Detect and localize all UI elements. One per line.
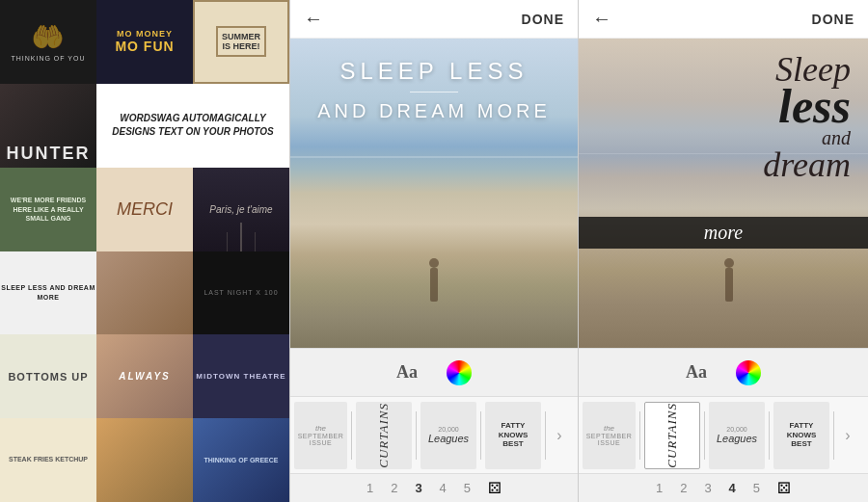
font-more-arrow-mid: ›: [556, 427, 561, 444]
person-silhouette-middle: [425, 258, 443, 302]
font-item-sep-issue-right[interactable]: the SEPTEMBERISSUE: [583, 402, 636, 469]
font-sep-the-right: the: [604, 424, 614, 433]
page-num-4-right[interactable]: 4: [729, 481, 736, 495]
font-sep-the-mid: the: [315, 424, 326, 433]
gallery-item-friends[interactable]: WE'RE MORE FRIENDS HERE LIKE A REALLY SM…: [0, 168, 96, 251]
font-item-more-right[interactable]: ›: [838, 402, 857, 469]
page-num-2-right[interactable]: 2: [680, 481, 687, 495]
gallery-item-person-photo[interactable]: [96, 251, 193, 335]
gallery-item-summer[interactable]: SUMMER IS HERE!: [193, 0, 289, 84]
right-more-text: more: [704, 222, 743, 243]
middle-image-area[interactable]: SLEEP LESS AND DREAM MORE: [290, 39, 578, 348]
font-divider-4-mid: [545, 411, 546, 460]
font-item-leagues-right[interactable]: 20,000 Leagues: [709, 402, 765, 469]
momoney-line2: MO FUN: [115, 39, 174, 54]
font-more-arrow-right: ›: [845, 427, 850, 444]
font-item-sep-issue-mid[interactable]: the SEPTEMBERISSUE: [294, 402, 347, 469]
page-num-5-mid[interactable]: 5: [464, 481, 471, 495]
middle-color-wheel[interactable]: [447, 360, 472, 385]
font-item-curtains-mid[interactable]: CURTAINS: [356, 402, 412, 469]
gallery-item-always[interactable]: ALWAYS: [96, 334, 193, 418]
page-num-3-right[interactable]: 3: [704, 481, 711, 495]
gallery-item-wordswag[interactable]: WORDSWAG AUTOMAGICALLY DESIGNS TEXT ON Y…: [96, 84, 289, 168]
right-color-wheel[interactable]: [736, 360, 761, 385]
font-item-leagues-mid[interactable]: 20,000 Leagues: [420, 402, 476, 469]
middle-quote-line2: AND DREAM MORE: [290, 98, 578, 123]
font-divider-1-right: [639, 411, 640, 460]
middle-quote-line1: SLEEP LESS: [290, 56, 578, 86]
sleep-text: SLEEP LESS AND DREAM MORE: [0, 283, 96, 303]
font-curtains-preview-right: CURTAINS: [663, 401, 682, 470]
right-less-text: less: [763, 86, 851, 127]
font-divider-1-mid: [351, 411, 352, 460]
gallery-item-hunter[interactable]: HUNTER: [0, 84, 96, 168]
font-fatty-preview-right: FATTYKNOWSBEST: [787, 421, 817, 449]
right-image-area[interactable]: Sleep less and dream more: [579, 39, 868, 348]
page-num-3-mid[interactable]: 3: [415, 481, 421, 495]
font-curtains-preview-mid: CURTAINS: [374, 401, 393, 470]
font-item-fatty-right[interactable]: FATTYKNOWSBEST: [773, 402, 829, 469]
font-sep-label-mid: SEPTEMBERISSUE: [298, 433, 344, 446]
gallery-item-steak[interactable]: STEAK FRIES KETCHUP: [0, 418, 96, 502]
page-num-2-mid[interactable]: 2: [391, 481, 397, 495]
middle-toolbar: Aa: [290, 348, 578, 396]
bottoms-text: BOTTOMS UP: [8, 371, 88, 383]
paris-text: Paris, je t'aime: [209, 204, 272, 215]
font-divider-4-right: [833, 411, 834, 460]
page-num-5-right[interactable]: 5: [753, 481, 760, 495]
page-num-1-mid[interactable]: 1: [366, 481, 373, 495]
friends-text: WE'RE MORE FRIENDS HERE LIKE A REALLY SM…: [4, 196, 93, 222]
more-banner-right: more: [579, 217, 868, 249]
steak-text: STEAK FRIES KETCHUP: [9, 455, 88, 465]
page-num-4-mid[interactable]: 4: [440, 481, 447, 495]
person-silhouette-right: [720, 258, 738, 302]
midtown-text: MIDTOWN THEATRE: [196, 372, 285, 381]
gallery-item-momoney[interactable]: MO MONEY MO FUN: [96, 0, 193, 84]
merci-text: MERCI: [117, 199, 173, 220]
right-toolbar: Aa: [579, 348, 868, 396]
gallery-item-thinking2[interactable]: THINKING OF GREECE: [193, 418, 289, 502]
hunter-text: HUNTER: [7, 144, 91, 164]
dice-icon-right[interactable]: ⚄: [777, 479, 791, 497]
right-header: ← DONE: [579, 0, 868, 39]
font-divider-2-right: [704, 411, 705, 460]
middle-font-icon[interactable]: Aa: [396, 362, 418, 383]
gallery-item-sleep[interactable]: SLEEP LESS AND DREAM MORE: [0, 251, 96, 335]
middle-header: ← DONE: [290, 0, 578, 39]
font-divider-3-right: [769, 411, 770, 460]
right-page-numbers: 1 2 3 4 5 ⚄: [579, 473, 868, 502]
right-editor-panel: ← DONE Sleep less and dream more Aa: [579, 0, 868, 502]
gallery-item-paris[interactable]: Paris, je t'aime: [193, 168, 289, 251]
font-leagues-preview-right: 20,000 Leagues: [717, 426, 757, 444]
gallery-thinking-text: thinking of you: [11, 55, 85, 62]
gallery-item-merci[interactable]: MERCI: [96, 168, 193, 251]
font-item-fatty-mid[interactable]: FATTYKNOWSBEST: [485, 402, 541, 469]
font-item-more-mid[interactable]: ›: [550, 402, 569, 469]
right-back-button[interactable]: ←: [592, 8, 611, 30]
middle-font-selector: the SEPTEMBERISSUE CURTAINS 20,000 Leagu…: [290, 396, 578, 473]
gallery-item-sunglasses[interactable]: [96, 418, 193, 502]
right-font-selector: the SEPTEMBERISSUE CURTAINS 20,000 Leagu…: [579, 396, 868, 473]
left-gallery-panel: 🤲 thinking of you MO MONEY MO FUN SUMMER…: [0, 0, 289, 502]
font-sep-label-right: SEPTEMBERISSUE: [586, 433, 633, 446]
gallery-item-thinking[interactable]: 🤲 thinking of you: [0, 0, 96, 84]
always-text: ALWAYS: [119, 371, 170, 382]
summer-line1: SUMMER: [222, 32, 260, 41]
font-fatty-preview-mid: FATTYKNOWSBEST: [499, 421, 529, 449]
wordswag-text: WORDSWAG AUTOMAGICALLY DESIGNS TEXT ON Y…: [104, 112, 282, 139]
gallery-item-midtown[interactable]: MIDTOWN THEATRE: [193, 334, 289, 418]
middle-page-numbers: 1 2 3 4 5 ⚄: [290, 473, 578, 502]
middle-done-button[interactable]: DONE: [522, 12, 564, 27]
dice-icon-mid[interactable]: ⚄: [488, 479, 502, 497]
right-dream-text: dream: [763, 148, 851, 181]
right-done-button[interactable]: DONE: [812, 12, 854, 27]
font-item-curtains-right[interactable]: CURTAINS: [644, 402, 700, 469]
lastnight-text: LAST NIGHT X 100: [203, 289, 278, 296]
gallery-item-bottoms[interactable]: BOTTOMS UP: [0, 334, 96, 418]
middle-back-button[interactable]: ←: [304, 8, 323, 30]
thinking2-text: THINKING OF GREECE: [203, 456, 278, 464]
right-font-icon[interactable]: Aa: [686, 362, 707, 383]
page-num-1-right[interactable]: 1: [656, 481, 663, 495]
font-divider-3-mid: [480, 411, 481, 460]
gallery-item-lastnight[interactable]: LAST NIGHT X 100: [193, 251, 289, 335]
